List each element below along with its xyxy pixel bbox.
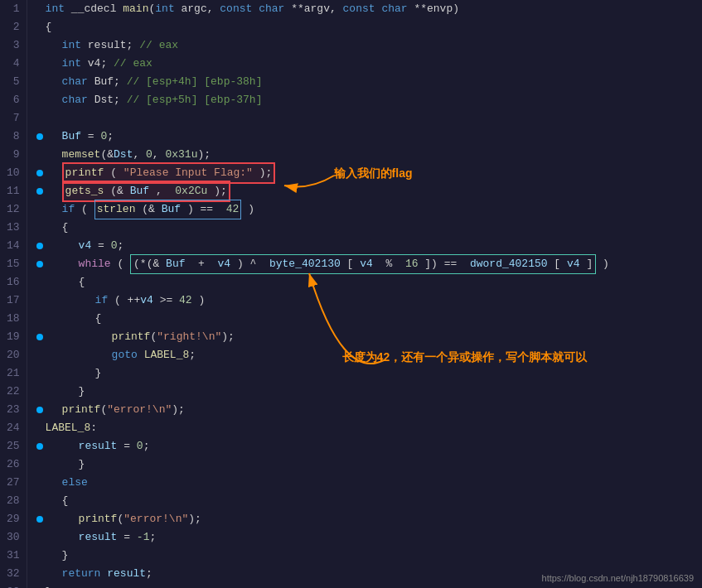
bracket-15c: [ bbox=[554, 258, 560, 270]
ln-15: 15 bbox=[7, 255, 20, 273]
dot-11 bbox=[34, 182, 46, 200]
code-content-19: printf ( "right!\n" ); bbox=[46, 328, 695, 346]
space-2 bbox=[252, 0, 259, 18]
code-content-4: int v4; // eax bbox=[46, 55, 695, 73]
line-numbers: 1 2 3 4 5 6 7 8 9 10 11 12 13 14 15 16 1… bbox=[0, 0, 27, 588]
ln-12: 12 bbox=[7, 200, 20, 219]
dot-3 bbox=[34, 36, 46, 55]
ln-14: 14 bbox=[7, 237, 20, 255]
dot-13 bbox=[34, 219, 46, 237]
paren-12a: (& bbox=[142, 203, 155, 215]
semi-19: ); bbox=[221, 328, 235, 346]
code-content-8: Buf = 0 ; bbox=[46, 128, 695, 146]
var-buf: Buf; bbox=[88, 73, 127, 91]
fn-printf-19: printf bbox=[112, 328, 151, 346]
code-area: 1 2 3 4 5 6 7 8 9 10 11 12 13 14 15 16 1… bbox=[0, 0, 702, 588]
code-content-21: } bbox=[46, 364, 695, 383]
semi-32: ; bbox=[146, 565, 153, 583]
code-line-30: result = -1 ; bbox=[34, 528, 695, 547]
comma-9b: , bbox=[153, 146, 166, 164]
code-container: 1 2 3 4 5 6 7 8 9 10 11 12 13 14 15 16 1… bbox=[0, 0, 702, 588]
fn-printf-10: printf bbox=[65, 166, 104, 179]
plus-15: + bbox=[191, 258, 211, 270]
dword-ref-15: dword_402150 bbox=[470, 258, 548, 270]
kw-int-2: int bbox=[155, 0, 174, 18]
dot-19 bbox=[34, 328, 46, 346]
brace-21: } bbox=[95, 364, 102, 383]
code-content-20: goto LABEL_8 ; bbox=[46, 346, 695, 364]
code-line-12: if ( strlen (& Buf ) == 42 ) bbox=[34, 200, 695, 219]
semi-14: ; bbox=[117, 237, 123, 255]
fn-printf-29: printf bbox=[79, 510, 118, 528]
code-line-5: char Buf; // [esp+4h] [ebp-38h] bbox=[34, 73, 695, 91]
code-content-9: memset (& Dst , 0 , 0x31u ); bbox=[46, 146, 695, 164]
v4-ref-15: v4 bbox=[218, 258, 231, 270]
dot-22 bbox=[34, 383, 46, 401]
kw-const-1: const bbox=[220, 0, 252, 18]
sp2-15 bbox=[123, 255, 130, 273]
zero-25: 0 bbox=[137, 437, 143, 455]
zero-8: 0 bbox=[100, 128, 107, 146]
ln-7: 7 bbox=[7, 109, 20, 128]
code-line-11: gets_s (& Buf , 0x2Cu ); bbox=[34, 182, 695, 200]
code-content-3: int result; // eax bbox=[46, 36, 695, 55]
ln-32: 32 bbox=[7, 565, 20, 583]
semi-10: ); bbox=[259, 166, 273, 179]
str-10: "Please Input Flag:" bbox=[123, 166, 253, 179]
dot-5 bbox=[34, 73, 46, 91]
dot-16 bbox=[34, 273, 46, 292]
code-content-25: result = 0 ; bbox=[46, 437, 695, 455]
code-line-28: { bbox=[34, 492, 695, 510]
code-line-1: int __cdecl main ( int argc, const char … bbox=[34, 0, 695, 18]
dot-7 bbox=[34, 109, 46, 128]
dot-indicator-19 bbox=[36, 334, 43, 340]
mod-15: % bbox=[380, 258, 399, 270]
byte-ref-15: byte_402130 bbox=[269, 258, 341, 270]
kw-if-12: if bbox=[62, 200, 75, 219]
kw-while-15: while bbox=[79, 255, 111, 273]
paren-29: ( bbox=[117, 510, 123, 528]
semi-8: ; bbox=[107, 128, 114, 146]
ln-23: 23 bbox=[7, 401, 20, 419]
code-content-12: if ( strlen (& Buf ) == 42 ) bbox=[46, 200, 695, 219]
ln-13: 13 bbox=[7, 219, 20, 237]
dot-29 bbox=[34, 510, 46, 528]
code-content-30: result = -1 ; bbox=[46, 528, 695, 547]
dot-8 bbox=[34, 128, 46, 146]
colon-24: : bbox=[90, 419, 97, 437]
code-line-22: } bbox=[34, 383, 695, 401]
str-23: "error!\n" bbox=[107, 401, 172, 419]
brace-18: { bbox=[95, 310, 102, 328]
bracket-15b: ]) == bbox=[424, 258, 463, 270]
var-result: result; bbox=[81, 36, 139, 55]
fn-main: main bbox=[123, 0, 148, 18]
assign-25: = bbox=[117, 437, 136, 455]
label-ref-20: LABEL_8 bbox=[144, 346, 190, 364]
code-line-25: result = 0 ; bbox=[34, 437, 695, 455]
code-content-5: char Buf; // [esp+4h] [ebp-38h] bbox=[46, 73, 695, 91]
var-dst: Dst; bbox=[88, 91, 127, 109]
watermark: https://blog.csdn.net/njh18790816639 bbox=[542, 573, 694, 583]
semi-9: ); bbox=[197, 146, 211, 164]
var-v4: v4; bbox=[81, 55, 114, 73]
bracket-15a: [ bbox=[347, 258, 354, 270]
assign-14: = bbox=[91, 237, 110, 255]
ln-10: 10 bbox=[7, 164, 20, 182]
v4-ref-14: v4 bbox=[79, 237, 92, 255]
dot-indicator-25 bbox=[36, 443, 43, 450]
ln-25: 25 bbox=[7, 437, 20, 455]
brace-28: { bbox=[62, 492, 69, 510]
dot-25 bbox=[34, 437, 46, 455]
dot-indicator-8 bbox=[36, 133, 43, 140]
dot-9 bbox=[34, 146, 46, 164]
code-line-19: printf ( "right!\n" ); bbox=[34, 328, 695, 346]
semi-29: ); bbox=[188, 510, 201, 528]
dot-6 bbox=[34, 91, 46, 109]
ln-2: 2 bbox=[7, 18, 20, 36]
code-content-1: int __cdecl main ( int argc, const char … bbox=[46, 0, 695, 18]
code-content-24: LABEL_8 : bbox=[46, 419, 695, 437]
dot-27 bbox=[34, 474, 46, 492]
dot-indicator-10 bbox=[36, 170, 43, 176]
arg-2: **argv, bbox=[284, 0, 342, 18]
ln-33: 33 bbox=[7, 583, 20, 588]
